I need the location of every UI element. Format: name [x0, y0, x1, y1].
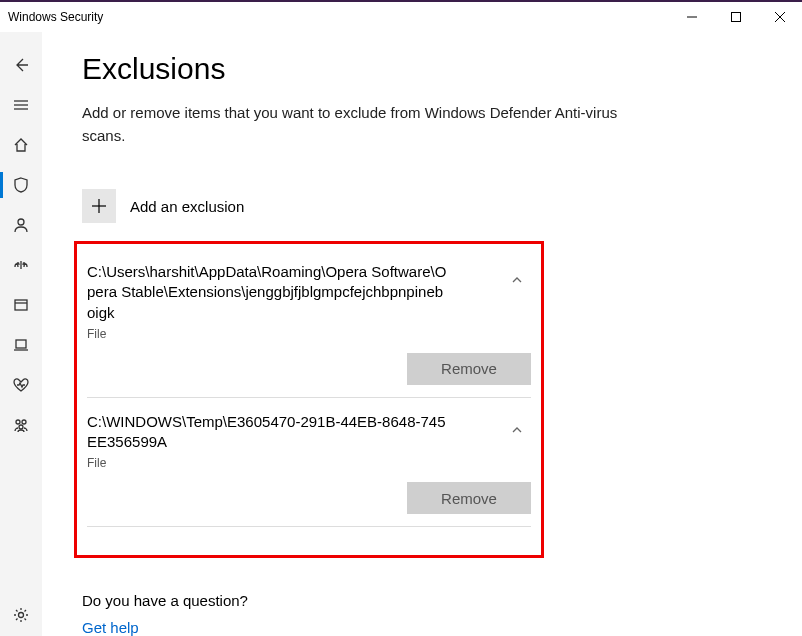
- sidebar-item-family[interactable]: [0, 406, 42, 444]
- help-question: Do you have a question?: [82, 592, 762, 609]
- window-controls: [670, 2, 802, 32]
- sidebar-item-firewall[interactable]: [0, 246, 42, 284]
- sidebar: [0, 32, 42, 636]
- menu-button[interactable]: [0, 86, 42, 124]
- remove-button[interactable]: Remove: [407, 353, 531, 385]
- sidebar-item-account[interactable]: [0, 206, 42, 244]
- svg-rect-10: [16, 340, 26, 348]
- svg-point-14: [19, 425, 23, 429]
- window-title: Windows Security: [8, 10, 103, 24]
- remove-button[interactable]: Remove: [407, 482, 531, 514]
- maximize-button[interactable]: [714, 2, 758, 32]
- chevron-up-icon: [510, 273, 524, 287]
- exclusion-path: C:\WINDOWS\Temp\E3605470-291B-44EB-8648-…: [87, 412, 447, 453]
- svg-point-15: [19, 613, 24, 618]
- sidebar-item-device[interactable]: [0, 326, 42, 364]
- svg-rect-8: [15, 300, 27, 310]
- get-help-link[interactable]: Get help: [82, 619, 139, 636]
- back-button[interactable]: [0, 46, 42, 84]
- svg-point-13: [22, 420, 26, 424]
- sidebar-item-health[interactable]: [0, 366, 42, 404]
- main-content: Exclusions Add or remove items that you …: [42, 32, 802, 636]
- add-exclusion-button[interactable]: [82, 189, 116, 223]
- exclusion-item[interactable]: C:\Users\harshit\AppData\Roaming\Opera S…: [87, 258, 531, 398]
- exclusion-type: File: [87, 456, 531, 470]
- page-subtitle: Add or remove items that you want to exc…: [82, 102, 642, 147]
- plus-icon: [90, 197, 108, 215]
- collapse-toggle[interactable]: [503, 416, 531, 444]
- sidebar-item-app-control[interactable]: [0, 286, 42, 324]
- sidebar-item-virus[interactable]: [0, 166, 42, 204]
- svg-point-7: [18, 219, 24, 225]
- collapse-toggle[interactable]: [503, 266, 531, 294]
- window-titlebar: Windows Security: [0, 2, 802, 32]
- exclusion-path: C:\Users\harshit\AppData\Roaming\Opera S…: [87, 262, 447, 323]
- sidebar-item-settings[interactable]: [0, 596, 42, 634]
- page-title: Exclusions: [82, 52, 762, 86]
- close-button[interactable]: [758, 2, 802, 32]
- exclusion-type: File: [87, 327, 531, 341]
- exclusions-highlight-box: C:\Users\harshit\AppData\Roaming\Opera S…: [74, 241, 544, 558]
- exclusion-item[interactable]: C:\WINDOWS\Temp\E3605470-291B-44EB-8648-…: [87, 408, 531, 528]
- svg-point-12: [16, 420, 20, 424]
- chevron-up-icon: [510, 423, 524, 437]
- sidebar-item-home[interactable]: [0, 126, 42, 164]
- svg-rect-1: [732, 13, 741, 22]
- minimize-button[interactable]: [670, 2, 714, 32]
- add-exclusion-label: Add an exclusion: [130, 198, 244, 215]
- add-exclusion-row[interactable]: Add an exclusion: [82, 189, 762, 223]
